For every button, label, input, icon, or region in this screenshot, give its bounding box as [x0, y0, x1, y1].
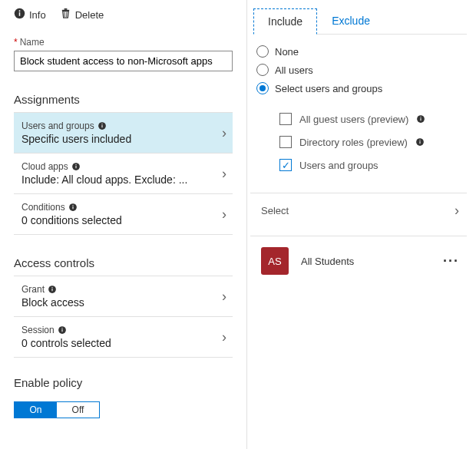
tab-include[interactable]: Include	[253, 8, 317, 35]
chevron-right-icon: ›	[222, 329, 226, 345]
selected-entity-row: AS All Students ···	[250, 236, 467, 286]
delete-button[interactable]: Delete	[60, 8, 104, 21]
assignments-cloud-apps[interactable]: Cloud apps Include: All cloud apps. Excl…	[14, 154, 233, 194]
svg-point-15	[72, 205, 73, 206]
session-sub: 0 controls selected	[21, 337, 111, 349]
delete-label: Delete	[75, 9, 104, 21]
grant-title: Grant	[21, 284, 45, 295]
svg-rect-23	[421, 118, 421, 121]
conditions-sub: 0 conditions selected	[21, 214, 122, 226]
info-icon[interactable]	[58, 325, 67, 335]
info-icon[interactable]	[416, 114, 425, 124]
cloud-apps-sub: Include: All cloud apps. Exclude: ...	[21, 173, 187, 186]
svg-rect-1	[19, 12, 21, 16]
access-controls-header: Access controls	[14, 256, 233, 276]
chevron-right-icon: ›	[222, 206, 226, 223]
checkbox-users-groups[interactable]: ✓ Users and groups	[279, 159, 467, 171]
svg-rect-3	[62, 10, 69, 11]
info-icon[interactable]	[68, 203, 78, 212]
radio-none[interactable]: None	[256, 45, 467, 58]
enable-policy-header: Enable policy	[14, 376, 233, 395]
info-button[interactable]: Info	[14, 8, 46, 21]
svg-rect-20	[61, 329, 62, 332]
radio-icon	[256, 82, 269, 94]
chevron-right-icon: ›	[222, 166, 226, 182]
toggle-off[interactable]: Off	[57, 402, 99, 418]
conditions-title: Conditions	[21, 202, 65, 213]
svg-point-24	[421, 117, 421, 117]
svg-rect-8	[101, 125, 102, 127]
session-title: Session	[21, 325, 55, 335]
checkbox-icon	[279, 136, 292, 148]
svg-rect-11	[75, 166, 76, 168]
select-button[interactable]: Select ›	[250, 193, 467, 236]
tab-exclude[interactable]: Exclude	[317, 8, 385, 34]
cloud-apps-title: Cloud apps	[21, 161, 68, 172]
name-input[interactable]	[14, 51, 233, 71]
checkbox-all-guest[interactable]: All guest users (preview)	[279, 113, 467, 125]
chevron-right-icon: ›	[455, 203, 459, 219]
radio-icon	[256, 64, 269, 76]
name-field-label: *Name	[14, 37, 233, 48]
entity-label: All Students	[301, 256, 431, 267]
svg-point-18	[51, 287, 52, 288]
svg-rect-14	[72, 206, 73, 209]
svg-point-9	[101, 124, 102, 124]
chevron-right-icon: ›	[222, 125, 226, 141]
users-groups-sub: Specific users included	[21, 133, 131, 145]
chevron-right-icon: ›	[222, 289, 226, 305]
svg-point-12	[75, 164, 76, 165]
checkbox-icon	[279, 113, 292, 125]
more-button[interactable]: ···	[443, 253, 459, 269]
trash-icon	[60, 8, 71, 21]
info-icon[interactable]	[48, 285, 57, 294]
toggle-on[interactable]: On	[15, 402, 57, 418]
users-groups-title: Users and groups	[21, 121, 94, 131]
radio-all-users[interactable]: All users	[256, 64, 467, 76]
enable-policy-toggle[interactable]: On Off	[14, 401, 100, 418]
checkbox-directory-roles[interactable]: Directory roles (preview)	[279, 136, 467, 148]
svg-point-21	[61, 328, 62, 328]
radio-select-users-groups[interactable]: Select users and groups	[256, 82, 467, 94]
svg-point-27	[419, 140, 420, 140]
assignments-users-groups[interactable]: Users and groups Specific users included…	[14, 113, 233, 154]
avatar: AS	[261, 247, 289, 275]
svg-point-2	[19, 10, 21, 12]
info-icon[interactable]	[71, 162, 81, 171]
select-label: Select	[261, 205, 289, 216]
grant-sub: Block access	[21, 296, 84, 309]
svg-rect-4	[64, 8, 67, 10]
access-grant[interactable]: Grant Block access ›	[14, 276, 233, 317]
info-label: Info	[29, 9, 46, 21]
access-session[interactable]: Session 0 controls selected ›	[14, 317, 233, 358]
svg-rect-26	[419, 141, 420, 144]
info-icon[interactable]	[98, 121, 107, 130]
svg-rect-17	[51, 289, 52, 291]
assignments-header: Assignments	[14, 93, 233, 113]
info-icon[interactable]	[415, 137, 425, 147]
info-icon	[14, 8, 25, 21]
assignments-conditions[interactable]: Conditions 0 conditions selected ›	[14, 194, 233, 235]
radio-icon	[256, 45, 269, 58]
checkbox-icon: ✓	[279, 159, 292, 171]
